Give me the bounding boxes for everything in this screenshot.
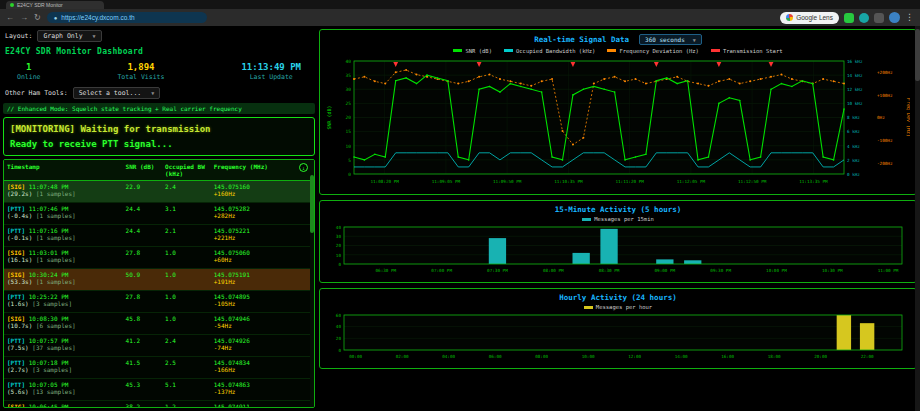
row-frequency: 145.075060: [214, 249, 250, 256]
table-row[interactable]: [PTT] 10:07:57 PM(7.5s) [37 samples]41.2…: [4, 335, 314, 357]
cell-timestamp: [SIG] 10:08:30 PM(10.7s) [6 samples]: [7, 315, 126, 329]
svg-text:10: 10: [346, 144, 352, 149]
online-value: 1: [17, 62, 40, 72]
cell-timestamp: [PTT] 11:07:46 PM(-0.4s) [1 samples]: [7, 205, 126, 219]
svg-text:07:00 PM: 07:00 PM: [431, 268, 452, 273]
table-header: Timestamp SNR (dB) Occupied BW (kHz) Fre…: [4, 160, 314, 181]
row-duration: (16.1s): [7, 256, 32, 263]
extension-green-icon[interactable]: [844, 13, 854, 23]
svg-text:25: 25: [346, 101, 352, 106]
row-samples: [3 samples]: [32, 300, 72, 307]
layout-select[interactable]: Graph Only ▼: [37, 30, 101, 42]
forward-icon[interactable]: →: [20, 14, 28, 22]
cell-snr: 24.4: [126, 205, 166, 219]
svg-text:Freq Dev (Hz): Freq Dev (Hz): [905, 98, 910, 137]
svg-text:20: 20: [336, 243, 342, 248]
cell-bw: 1.0: [165, 293, 214, 307]
svg-text:0: 0: [348, 172, 351, 177]
svg-text:11:09:05 PM: 11:09:05 PM: [432, 179, 461, 184]
cell-snr: 50.9: [126, 271, 166, 285]
browser-scrollbar[interactable]: [915, 26, 920, 411]
scroll-lock-button[interactable]: ↓: [299, 163, 308, 172]
row-samples: [1 samples]: [36, 234, 76, 241]
row-tag: [SIG]: [7, 315, 25, 322]
browser-scrollbar-thumb[interactable]: [915, 29, 920, 81]
row-frequency: 145.074911: [214, 403, 250, 408]
browser-toolbar: ← → ↻ ● https://e24cy.dxcom.co.th Google…: [0, 9, 920, 26]
signal-log-table: Timestamp SNR (dB) Occupied BW (kHz) Fre…: [3, 159, 315, 408]
svg-text:-200Hz: -200Hz: [877, 161, 893, 166]
table-row[interactable]: [SIG] 10:08:30 PM(10.7s) [6 samples]45.8…: [4, 313, 314, 335]
svg-text:11:12:05 PM: 11:12:05 PM: [677, 179, 706, 184]
table-row[interactable]: [SIG] 10:06:45 PM(3.1s) [2 samples]38.21…: [4, 401, 314, 408]
row-tag: [PTT]: [7, 381, 25, 388]
table-row[interactable]: [SIG] 10:30:24 PM(53.3s) [1 samples]50.9…: [4, 269, 314, 291]
cell-snr: 27.8: [126, 293, 166, 307]
realtime-signal-chart: 051015202530354011:08:20 PM11:09:05 PM11…: [324, 55, 910, 187]
range-selector[interactable]: 360 seconds ▼: [639, 34, 702, 45]
realtime-chart-box: Real-time Signal Data 360 seconds ▼ SNR …: [319, 29, 917, 195]
svg-text:10:30 PM: 10:30 PM: [822, 268, 843, 273]
snr-swatch-icon: [453, 49, 462, 52]
dashboard-page: Layout: Graph Only ▼ E24CY SDR Monitor D…: [0, 26, 920, 411]
row-samples: [37 samples]: [32, 344, 75, 351]
row-frequency: 145.074863: [214, 381, 250, 388]
svg-text:11:13:35 PM: 11:13:35 PM: [799, 179, 828, 184]
tools-select[interactable]: Select a tool... ▼: [73, 87, 161, 99]
deviation-swatch-icon: [607, 49, 616, 52]
svg-text:09:00 PM: 09:00 PM: [654, 268, 675, 273]
table-row[interactable]: [PTT] 10:07:18 PM(2.7s) [3 samples]41.52…: [4, 357, 314, 379]
table-row[interactable]: [SIG] 11:07:48 PM(29.2s) [1 samples]22.9…: [4, 181, 314, 203]
cell-frequency: 145.074911-89Hz: [214, 403, 296, 408]
cell-timestamp: [PTT] 10:07:18 PM(2.7s) [3 samples]: [7, 359, 126, 373]
enhanced-mode-banner: // Enhanced Mode: Squelch state tracking…: [3, 103, 315, 114]
back-icon[interactable]: ←: [6, 14, 14, 22]
tools-label: Other Ham Tools:: [5, 89, 68, 97]
svg-text:11:00 PM: 11:00 PM: [878, 268, 899, 273]
table-row[interactable]: [PTT] 11:07:16 PM(-0.1s) [1 samples]24.4…: [4, 225, 314, 247]
stat-last-update: 11:13:49 PM Last Update: [241, 62, 301, 81]
extension-teal-icon[interactable]: [859, 13, 869, 23]
cell-timestamp: [PTT] 11:07:16 PM(-0.1s) [1 samples]: [7, 227, 126, 241]
legend-15min: Messages per 15min: [582, 216, 654, 222]
hourly-activity-title: Hourly Activity (24 hours): [559, 293, 676, 302]
row-duration: (10.7s): [7, 322, 32, 329]
svg-text:14:00: 14:00: [675, 354, 688, 359]
table-scrollbar[interactable]: [310, 175, 314, 407]
monitor-status-box: [MONITORING] Waiting for transmission Re…: [3, 117, 315, 156]
url-bar[interactable]: ● https://e24cy.dxcom.co.th: [47, 12, 207, 23]
bar-swatch-icon: [584, 306, 593, 309]
extensions-puzzle-icon[interactable]: [874, 13, 884, 23]
row-tag: [SIG]: [7, 183, 25, 190]
row-offset: +282Hz: [214, 212, 236, 219]
row-frequency: 145.075191: [214, 271, 250, 278]
reload-icon[interactable]: ↻: [34, 14, 41, 22]
table-row[interactable]: [PTT] 11:07:46 PM(-0.4s) [1 samples]24.4…: [4, 203, 314, 225]
update-label: Last Update: [241, 73, 301, 81]
svg-text:0: 0: [338, 348, 341, 353]
legend-deviation: Frequency Deviation (Hz): [607, 48, 698, 54]
table-scrollbar-thumb[interactable]: [310, 175, 314, 233]
svg-text:10 kHz: 10 kHz: [847, 101, 863, 106]
row-duration: (-0.1s): [7, 234, 32, 241]
activity-15min-chart: 01020304006:30 PM07:00 PM07:30 PM08:00 P…: [324, 223, 910, 275]
browser-menu-icon[interactable]: ⋮: [905, 13, 914, 22]
cell-snr: 22.9: [126, 183, 166, 197]
cell-snr: 41.5: [126, 359, 166, 373]
row-duration: (29.2s): [7, 190, 32, 197]
cell-frequency: 145.074926-74Hz: [214, 337, 296, 351]
row-tag: [PTT]: [7, 359, 25, 366]
cell-snr: 41.2: [126, 337, 166, 351]
browser-tab[interactable]: E24CY SDR Monitor: [6, 1, 104, 9]
cell-bw: 3.1: [165, 205, 214, 219]
row-frequency: 145.075221: [214, 227, 250, 234]
table-row[interactable]: [SIG] 11:03:01 PM(16.1s) [1 samples]27.8…: [4, 247, 314, 269]
legend-bandwidth: Occupied Bandwidth (kHz): [504, 48, 595, 54]
table-row[interactable]: [PTT] 10:25:22 PM(1.6s) [3 samples]27.81…: [4, 291, 314, 313]
table-row[interactable]: [PTT] 10:07:05 PM(5.6s) [13 samples]45.3…: [4, 379, 314, 401]
google-lens-button[interactable]: Google Lens: [780, 12, 839, 24]
chevron-down-icon: ▼: [93, 33, 96, 39]
toolbar-right-cluster: Google Lens ⋮: [780, 12, 914, 24]
profile-avatar[interactable]: [889, 12, 900, 23]
row-frequency: 145.074834: [214, 359, 250, 366]
